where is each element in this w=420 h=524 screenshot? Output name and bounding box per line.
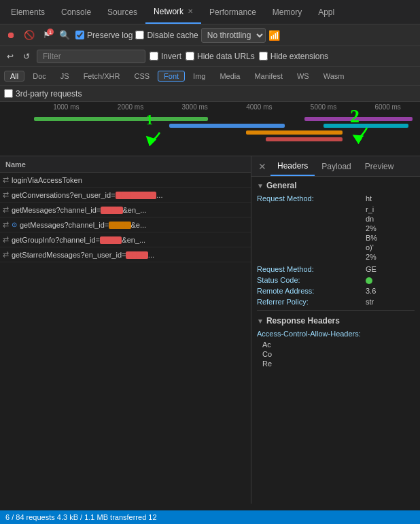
request-method-value: GE bbox=[366, 265, 377, 273]
general-section-header: ▼ General bbox=[257, 181, 415, 190]
type-btn-manifest[interactable]: Manifest bbox=[248, 71, 289, 82]
type-btn-fetch-xhr[interactable]: Fetch/XHR bbox=[77, 71, 126, 82]
tab-payload[interactable]: Payload bbox=[315, 156, 357, 176]
tab-memory[interactable]: Memory bbox=[264, 0, 310, 24]
toolbar: ⏺ 🚫 ⚑ 1 🔍 Preserve log Disable cache No … bbox=[0, 24, 420, 46]
url-part-2: dn bbox=[257, 215, 415, 223]
remote-address-row: Remote Address: 3.6 bbox=[257, 287, 415, 295]
access-control-val-1: Ac bbox=[257, 340, 415, 349]
req-name: getMessages?channel_id=████&en_... bbox=[12, 206, 248, 214]
clear-button[interactable]: 🚫 bbox=[21, 29, 37, 41]
filter-back-button[interactable]: ↩ bbox=[4, 50, 16, 63]
tab-console[interactable]: Console bbox=[53, 0, 99, 24]
divider bbox=[257, 310, 415, 311]
throttle-select[interactable]: No throttling Fast 3G Slow 3G Offline bbox=[201, 28, 266, 43]
request-row-messages1[interactable]: ⇄ getMessages?channel_id=████&en_... bbox=[0, 203, 251, 217]
requests-panel: Name ⇄ loginViaAccessToken ⇄ getConversa… bbox=[0, 156, 251, 504]
req-icon: ⇄ bbox=[3, 235, 9, 244]
filter-input[interactable] bbox=[37, 50, 145, 63]
type-btn-img[interactable]: Img bbox=[187, 71, 211, 82]
type-btn-ws[interactable]: WS bbox=[291, 71, 315, 82]
tick-1000: 1000 ms bbox=[34, 103, 99, 111]
type-btn-doc[interactable]: Doc bbox=[27, 71, 52, 82]
request-row-messages2[interactable]: ⇄ ⊙ getMessages?channel_id=████&e... bbox=[0, 217, 251, 232]
access-control-row: Access-Control-Allow-Headers: bbox=[257, 330, 415, 338]
headers-content: ▼ General Request Method: ht r_i dn 2% B… bbox=[251, 177, 420, 504]
req-icon: ⇄ bbox=[3, 220, 9, 229]
record-button[interactable]: ⏺ bbox=[4, 29, 18, 41]
req-loading-icon: ⊙ bbox=[12, 221, 17, 228]
panel-close-button[interactable]: ✕ bbox=[254, 160, 270, 173]
issues-badge: 1 bbox=[47, 29, 54, 35]
req-icon: ⇄ bbox=[3, 190, 9, 199]
url-part-6: 2% bbox=[257, 253, 415, 261]
general-arrow: ▼ bbox=[257, 182, 264, 190]
req-name: loginViaAccessToken bbox=[12, 176, 248, 184]
tab-preview[interactable]: Preview bbox=[358, 156, 401, 176]
request-row-groupinfo[interactable]: ⇄ getGroupInfo?channel_id=████&en_... bbox=[0, 232, 251, 247]
tab-network[interactable]: Network ✕ bbox=[145, 0, 201, 24]
req-name: getGroupInfo?channel_id=████&en_... bbox=[12, 236, 248, 244]
tick-2000: 2000 ms bbox=[99, 103, 163, 111]
search-button[interactable]: 🔍 bbox=[56, 29, 73, 41]
remote-address-key: Remote Address: bbox=[257, 287, 366, 295]
request-method-key: Request Method: bbox=[257, 265, 366, 273]
request-row-starred[interactable]: ⇄ getStarredMessages?en_user_id=████... bbox=[0, 247, 251, 262]
third-party-label[interactable]: 3rd-party requests bbox=[4, 89, 82, 99]
request-url-value: ht bbox=[366, 194, 372, 203]
request-method-row: Request Method: GE bbox=[257, 265, 415, 273]
timeline-area[interactable]: 1000 ms 2000 ms 3000 ms 4000 ms 5000 ms … bbox=[0, 102, 420, 156]
tab-network-close[interactable]: ✕ bbox=[188, 7, 193, 15]
type-btn-media[interactable]: Media bbox=[213, 71, 246, 82]
status-code-value bbox=[366, 276, 375, 284]
headers-panel: ✕ Headers Payload Preview ▼ General Requ… bbox=[251, 156, 420, 504]
tab-application[interactable]: Appl bbox=[310, 0, 343, 24]
type-btn-font[interactable]: Font bbox=[158, 71, 185, 82]
access-control-val-3: Re bbox=[257, 360, 415, 368]
tab-performance[interactable]: Performance bbox=[201, 0, 264, 24]
tick-6000: 6000 ms bbox=[355, 103, 420, 111]
req-name: getMessages?channel_id=████&e... bbox=[20, 221, 248, 229]
referrer-policy-key: Referrer Policy: bbox=[257, 298, 366, 306]
invert-label[interactable]: Invert bbox=[150, 52, 181, 61]
referrer-policy-row: Referrer Policy: str bbox=[257, 298, 415, 306]
req-name: getConversations?en_user_id=████████... bbox=[12, 191, 248, 199]
hide-data-urls-label[interactable]: Hide data URLs bbox=[186, 52, 255, 61]
status-code-key: Status Code: bbox=[257, 276, 366, 284]
request-url-row: Request Method: ht bbox=[257, 194, 415, 203]
url-part-4: B% bbox=[257, 234, 415, 242]
tab-headers[interactable]: Headers bbox=[270, 156, 315, 176]
requests-list: ⇄ loginViaAccessToken ⇄ getConversations… bbox=[0, 173, 251, 504]
status-bar: 6 / 84 requests 4.3 kB / 1.1 MB transfer… bbox=[0, 510, 420, 524]
tab-sources[interactable]: Sources bbox=[99, 0, 145, 24]
disable-cache-label[interactable]: Disable cache bbox=[135, 31, 198, 40]
hide-data-urls-checkbox[interactable] bbox=[186, 52, 194, 60]
preserve-log-label[interactable]: Preserve log bbox=[75, 31, 133, 40]
hide-extensions-checkbox[interactable] bbox=[259, 52, 268, 60]
access-control-key: Access-Control-Allow-Headers: bbox=[257, 330, 366, 338]
type-btn-all[interactable]: All bbox=[4, 71, 24, 82]
tab-bar: Elements Console Sources Network ✕ Perfo… bbox=[0, 0, 420, 24]
url-part-5: o)' bbox=[257, 243, 415, 251]
request-url-key: Request Method: bbox=[257, 194, 366, 203]
hide-extensions-label[interactable]: Hide extensions bbox=[259, 52, 328, 61]
preserve-log-checkbox[interactable] bbox=[75, 31, 84, 39]
disable-cache-checkbox[interactable] bbox=[135, 31, 144, 39]
url-part-1: r_i bbox=[257, 205, 415, 213]
req-icon: ⇄ bbox=[3, 175, 9, 184]
response-arrow: ▼ bbox=[257, 317, 264, 325]
request-row-conversations[interactable]: ⇄ getConversations?en_user_id=████████..… bbox=[0, 188, 251, 203]
tick-3000: 3000 ms bbox=[162, 103, 227, 111]
filter-refresh-button[interactable]: ↺ bbox=[20, 50, 33, 63]
access-control-val-2: Co bbox=[257, 350, 415, 358]
invert-checkbox[interactable] bbox=[150, 52, 158, 60]
type-btn-wasm[interactable]: Wasm bbox=[317, 71, 351, 82]
type-btn-js[interactable]: JS bbox=[54, 71, 75, 82]
type-btn-css[interactable]: CSS bbox=[128, 71, 156, 82]
wifi-icon: 📶 bbox=[268, 30, 280, 41]
third-party-checkbox[interactable] bbox=[4, 89, 13, 98]
type-filter-bar: All Doc JS Fetch/XHR CSS Font Img Media … bbox=[0, 67, 420, 86]
tab-elements[interactable]: Elements bbox=[3, 0, 53, 24]
request-row-login[interactable]: ⇄ loginViaAccessToken bbox=[0, 173, 251, 188]
requests-header: Name bbox=[0, 156, 251, 173]
